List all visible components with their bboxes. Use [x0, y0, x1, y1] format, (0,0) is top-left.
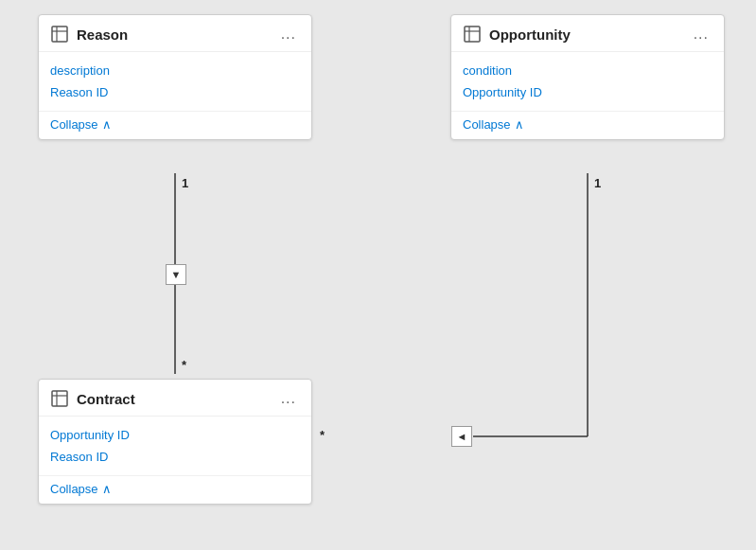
- contract-field-reason-id: Reason ID: [50, 446, 300, 468]
- contract-fields: Opportunity ID Reason ID: [39, 417, 311, 475]
- opportunity-field-condition: condition: [463, 60, 712, 81]
- reason-chevron-up-icon: ∧: [102, 117, 112, 132]
- reason-menu-button[interactable]: ...: [277, 26, 300, 43]
- opportunity-contract-arrow-node: ◄: [451, 426, 472, 447]
- opportunity-collapse-button[interactable]: Collapse ∧: [451, 111, 724, 139]
- reason-table-icon: [50, 25, 69, 44]
- opportunity-table-icon: [463, 25, 482, 44]
- contract-collapse-button[interactable]: Collapse ∧: [39, 475, 311, 504]
- cardinality-contract-star-top: *: [180, 358, 188, 372]
- reason-fields: description Reason ID: [39, 52, 311, 111]
- opportunity-field-id: Opportunity ID: [463, 81, 712, 103]
- reason-contract-arrow-node: ▼: [166, 264, 186, 285]
- opportunity-header-left: Opportunity: [463, 25, 571, 44]
- cardinality-reason-1: 1: [180, 176, 190, 190]
- contract-card: Contract ... Opportunity ID Reason ID Co…: [38, 379, 312, 505]
- svg-rect-3: [52, 27, 67, 42]
- reason-collapse-label: Collapse: [50, 117, 98, 132]
- contract-header-left: Contract: [50, 389, 135, 408]
- cardinality-opportunity-1: 1: [592, 176, 603, 190]
- opportunity-header: Opportunity ...: [451, 15, 724, 52]
- opportunity-chevron-up-icon: ∧: [515, 117, 524, 132]
- cardinality-contract-star-right: *: [318, 428, 326, 442]
- contract-collapse-label: Collapse: [50, 482, 98, 496]
- svg-rect-6: [465, 27, 480, 42]
- reason-header: Reason ...: [39, 15, 311, 52]
- contract-header: Contract ...: [39, 380, 311, 417]
- opportunity-menu-button[interactable]: ...: [690, 26, 712, 43]
- opportunity-collapse-label: Collapse: [463, 117, 511, 132]
- contract-chevron-up-icon: ∧: [102, 482, 112, 496]
- opportunity-title: Opportunity: [489, 27, 571, 43]
- contract-menu-button[interactable]: ...: [277, 390, 300, 407]
- reason-field-id: Reason ID: [50, 81, 300, 103]
- opportunity-card: Opportunity ... condition Opportunity ID…: [450, 14, 725, 140]
- reason-card: Reason ... description Reason ID Collaps…: [38, 14, 312, 140]
- reason-collapse-button[interactable]: Collapse ∧: [39, 111, 311, 139]
- reason-field-description: description: [50, 60, 300, 81]
- contract-table-icon: [50, 389, 69, 408]
- diagram-canvas: Reason ... description Reason ID Collaps…: [0, 0, 756, 550]
- opportunity-fields: condition Opportunity ID: [451, 52, 724, 111]
- reason-title: Reason: [77, 27, 128, 43]
- contract-field-opportunity-id: Opportunity ID: [50, 424, 300, 446]
- contract-title: Contract: [77, 391, 135, 407]
- svg-rect-9: [52, 391, 67, 406]
- reason-header-left: Reason: [50, 25, 128, 44]
